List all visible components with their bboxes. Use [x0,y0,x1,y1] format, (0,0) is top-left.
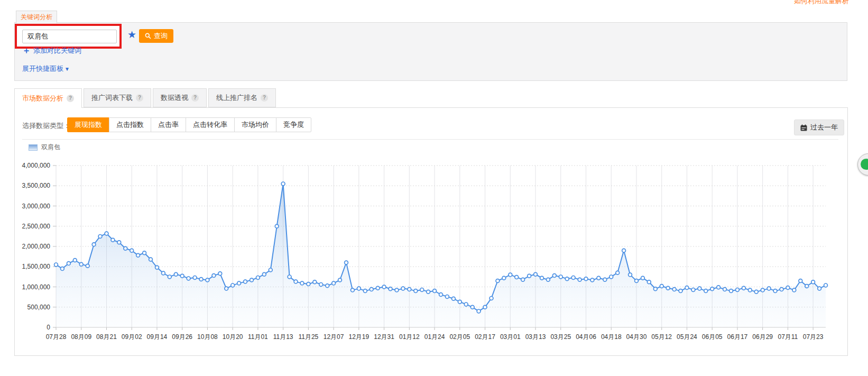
data-point-marker[interactable] [742,286,746,290]
tab-keyword-analysis[interactable]: 关键词分析 [16,11,57,23]
data-point-marker[interactable] [565,277,569,281]
data-point-marker[interactable] [130,249,134,252]
data-point-marker[interactable] [61,267,64,271]
data-point-marker[interactable] [281,182,285,186]
data-point-marker[interactable] [761,288,764,292]
data-point-marker[interactable] [704,289,708,293]
data-point-marker[interactable] [67,262,70,265]
data-point-marker[interactable] [540,276,544,280]
data-point-marker[interactable] [401,287,405,290]
data-point-marker[interactable] [629,273,632,277]
query-button[interactable]: 查询 [139,29,173,43]
data-point-marker[interactable] [231,283,235,287]
data-point-marker[interactable] [477,309,481,313]
data-point-marker[interactable] [559,275,562,279]
add-compare-keyword-link[interactable]: ＋ 添加对比关键词 [22,46,81,56]
data-point-marker[interactable] [206,278,209,282]
data-point-marker[interactable] [395,288,399,292]
data-point-marker[interactable] [98,235,102,239]
data-type-competition[interactable]: 竞争度 [276,117,311,132]
data-point-marker[interactable] [370,288,373,291]
data-point-marker[interactable] [685,286,689,290]
data-point-marker[interactable] [294,280,298,283]
data-point-marker[interactable] [420,288,424,292]
data-point-marker[interactable] [452,297,456,300]
data-point-marker[interactable] [326,284,329,288]
data-point-marker[interactable] [427,290,430,294]
data-point-marker[interactable] [307,282,310,286]
data-point-marker[interactable] [357,287,361,290]
help-icon[interactable]: ? [67,95,74,102]
data-point-marker[interactable] [155,265,159,269]
keyword-input[interactable] [22,30,117,43]
data-type-click-conversion-rate[interactable]: 点击转化率 [186,117,235,132]
data-point-marker[interactable] [389,287,392,291]
data-point-marker[interactable] [730,289,733,293]
data-point-marker[interactable] [193,276,197,280]
data-point-marker[interactable] [464,302,468,306]
data-point-marker[interactable] [490,297,493,300]
data-point-marker[interactable] [79,262,83,266]
data-point-marker[interactable] [622,249,626,252]
data-type-market-avg-price[interactable]: 市场均价 [234,117,276,132]
data-point-marker[interactable] [616,271,620,274]
data-point-marker[interactable] [805,285,809,288]
data-point-marker[interactable] [584,277,588,281]
data-point-marker[interactable] [691,288,695,292]
data-point-marker[interactable] [502,276,506,280]
trend-line-chart[interactable]: 07月2808月0908月2109月0209月1409月2610月0810月20… [0,143,868,365]
help-icon[interactable]: ? [191,94,199,102]
data-point-marker[interactable] [679,289,682,293]
data-point-marker[interactable] [382,285,386,289]
data-point-marker[interactable] [578,278,581,281]
data-point-marker[interactable] [590,278,594,282]
data-point-marker[interactable] [748,288,752,292]
data-point-marker[interactable] [237,281,241,285]
data-point-marker[interactable] [736,288,740,292]
favorite-star-icon[interactable]: ★ [127,28,136,42]
data-point-marker[interactable] [124,246,127,250]
how-to-use-traffic-link[interactable]: 如何利用流量解析 [794,0,849,6]
data-point-marker[interactable] [433,289,437,293]
data-point-marker[interactable] [521,278,525,281]
data-point-marker[interactable] [332,281,336,285]
data-point-marker[interactable] [470,305,474,309]
data-point-marker[interactable] [338,278,342,282]
data-point-marker[interactable] [319,283,323,287]
data-point-marker[interactable] [86,264,89,268]
data-point-marker[interactable] [363,289,367,293]
data-point-marker[interactable] [767,287,771,290]
data-point-marker[interactable] [199,278,203,281]
data-point-marker[interactable] [168,275,171,279]
data-point-marker[interactable] [414,289,418,293]
data-point-marker[interactable] [187,277,190,280]
data-point-marker[interactable] [212,274,216,278]
data-point-marker[interactable] [552,274,556,278]
data-point-marker[interactable] [647,280,651,284]
data-type-impression-index[interactable]: 展现指数 [67,117,109,132]
help-icon[interactable]: ? [136,94,143,102]
data-point-marker[interactable] [408,288,411,291]
data-point-marker[interactable] [509,273,512,277]
data-point-marker[interactable] [345,261,348,264]
data-point-marker[interactable] [780,288,783,291]
data-point-marker[interactable] [149,258,153,261]
data-point-marker[interactable] [174,272,178,276]
data-point-marker[interactable] [218,272,222,276]
data-point-marker[interactable] [597,276,601,280]
data-point-marker[interactable] [117,241,121,244]
data-point-marker[interactable] [547,278,550,281]
data-point-marker[interactable] [666,286,670,290]
data-point-marker[interactable] [483,305,487,309]
data-point-marker[interactable] [710,287,714,291]
data-point-marker[interactable] [136,253,140,257]
data-point-marker[interactable] [653,287,657,291]
data-point-marker[interactable] [528,274,531,278]
data-point-marker[interactable] [754,290,758,294]
data-point-marker[interactable] [799,279,802,283]
data-point-marker[interactable] [313,280,317,284]
data-point-marker[interactable] [180,274,184,278]
data-type-click-rate[interactable]: 点击率 [151,117,186,132]
data-point-marker[interactable] [672,288,676,291]
data-point-marker[interactable] [446,295,449,299]
